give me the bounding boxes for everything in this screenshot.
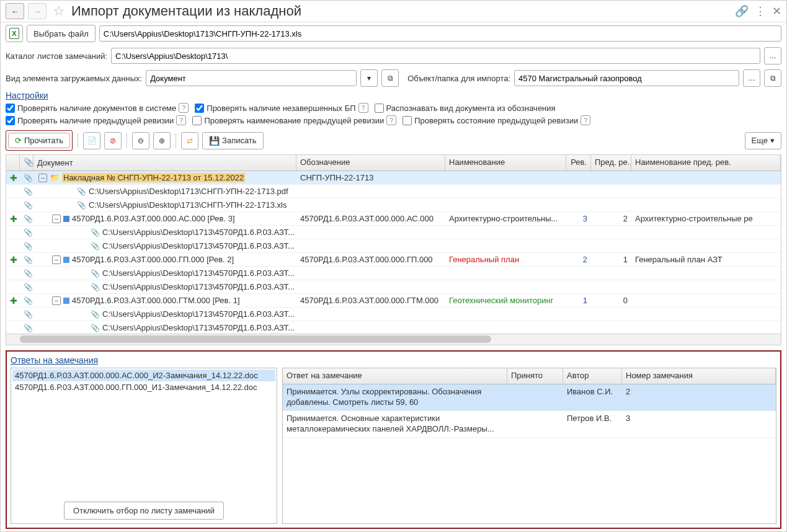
attachment-icon: 📎 (24, 324, 33, 332)
file-path-input[interactable] (99, 25, 781, 42)
attachment-icon: 📎 (77, 187, 86, 196)
check-prev-revision[interactable]: Проверять наличие предыдущей ревизии? (6, 115, 186, 125)
tree-toggle[interactable]: – (38, 174, 47, 182)
col-prev-revision[interactable]: Пред. ре... (591, 155, 631, 171)
check-recognize-kind[interactable]: Распознавать вид документа из обозначени… (375, 104, 556, 113)
response-row[interactable]: Принимается. Узлы скорректированы. Обозн… (283, 384, 776, 411)
tree-toggle[interactable]: – (52, 255, 61, 264)
help-icon[interactable]: ? (179, 103, 189, 113)
col-name[interactable]: Наименование (445, 155, 566, 171)
save-icon: 💾 (209, 136, 220, 146)
more-button[interactable]: Еще ▾ (745, 132, 781, 149)
cell-revision[interactable]: 1 (566, 296, 591, 305)
favorite-star-icon[interactable]: ☆ (53, 3, 65, 19)
table-row[interactable]: 📎📎C:\Users\Appius\Desktop\1713\СНГП-УПН-… (6, 198, 781, 212)
table-row[interactable]: 📎📎C:\Users\Appius\Desktop\1713\4570РД1.6… (6, 267, 781, 280)
table-row[interactable]: 📎📎C:\Users\Appius\Desktop\1713\СНГП-УПН-… (6, 185, 781, 198)
col-remark-number[interactable]: Номер замечания (622, 368, 776, 384)
remarks-file-item[interactable]: 4570РД1.6.Р.03.АЗТ.000.000.АС.000_И2-Зам… (12, 370, 275, 381)
kind-dropdown-button[interactable]: ▾ (360, 69, 378, 87)
row-label: C:\Users\Appius\Desktop\1713\4570РД1.6.Р… (102, 309, 295, 319)
responses-title[interactable]: Ответы на замечания (11, 355, 776, 365)
horizontal-scrollbar[interactable] (6, 334, 781, 345)
back-button[interactable]: ← (6, 3, 24, 19)
table-row[interactable]: 📎📎C:\Users\Appius\Desktop\1713\4570РД1.6… (6, 226, 781, 239)
check-unfinished-bp[interactable]: Проверять наличие незавершенных БП? (195, 103, 368, 113)
cell-accepted (507, 411, 563, 437)
kind-input[interactable] (146, 70, 357, 86)
object-open-button[interactable]: ⧉ (764, 69, 781, 87)
forward-button[interactable]: → (28, 3, 47, 19)
add-icon: ✚ (10, 255, 17, 265)
document-icon (63, 298, 69, 304)
check-prev-revision-name[interactable]: Проверять наименование предыдущей ревизи… (192, 115, 396, 125)
attachment-icon: 📎 (91, 242, 100, 250)
delete-item-button[interactable]: ⊘ (104, 132, 122, 149)
cell-accepted (507, 384, 563, 410)
help-icon[interactable]: ? (176, 115, 186, 125)
document-icon (63, 216, 69, 222)
check-prev-revision-state[interactable]: Проверять состояние предыдущей ревизии? (402, 115, 590, 125)
response-row[interactable]: Принимается. Основные характеристики мет… (283, 411, 776, 438)
table-row[interactable]: ✚📎–4570РД1.6.Р.03.АЗТ.000.000.ГП.000 [Ре… (6, 253, 781, 267)
row-label: C:\Users\Appius\Desktop\1713\4570РД1.6.Р… (102, 282, 295, 291)
excel-icon[interactable]: X (6, 25, 23, 42)
col-prev-name[interactable]: Наименование пред. рев. (631, 155, 781, 171)
attachment-icon: 📎 (91, 269, 100, 278)
menu-dots-icon[interactable]: ⋮ (755, 4, 766, 18)
table-row[interactable]: 📎📎C:\Users\Appius\Desktop\1713\4570РД1.6… (6, 239, 781, 253)
write-button[interactable]: 💾Записать (202, 132, 264, 149)
catalog-path-input[interactable] (111, 48, 760, 64)
kind-open-button[interactable]: ⧉ (381, 69, 399, 87)
disable-filter-button[interactable]: Отключить отбор по листу замечаний (64, 502, 224, 520)
table-row[interactable]: ✚📎–📁Накладная № СНГП-УПН-22-1713 от 15.1… (6, 171, 781, 185)
check-documents-exist[interactable]: Проверять наличие документов в системе? (6, 103, 189, 113)
help-icon[interactable]: ? (358, 103, 368, 113)
window-title: Импорт документации из накладной (71, 3, 731, 19)
object-input[interactable] (514, 70, 739, 86)
col-revision[interactable]: Рев. (566, 155, 591, 171)
col-response-text[interactable]: Ответ на замечание (283, 368, 507, 384)
table-row[interactable]: ✚📎–4570РД1.6.Р.03.АЗТ.000.000.АС.000 [Ре… (6, 212, 781, 226)
close-icon[interactable]: ✕ (772, 4, 781, 18)
choose-file-button[interactable]: Выбрать файл (27, 25, 96, 42)
attachment-icon: 📎 (24, 174, 33, 182)
help-icon[interactable]: ? (580, 115, 590, 125)
link-icon[interactable]: 🔗 (735, 4, 749, 18)
attachment-icon: 📎 (24, 228, 33, 237)
cell-name: Архитектурно-строительны... (445, 214, 566, 223)
col-document[interactable]: Документ (33, 155, 296, 171)
col-attach: 📎 (20, 155, 33, 171)
col-accepted[interactable]: Принято (507, 368, 563, 384)
table-row[interactable]: 📎📎C:\Users\Appius\Desktop\1713\4570РД1.6… (6, 321, 781, 334)
catalog-browse-button[interactable]: … (764, 47, 781, 64)
compare-button[interactable]: ⇄ (181, 132, 198, 149)
cell-author: Петров И.В. (563, 411, 622, 437)
attachment-icon: 📎 (24, 255, 33, 264)
table-row[interactable]: 📎📎C:\Users\Appius\Desktop\1713\4570РД1.6… (6, 308, 781, 321)
object-browse-button[interactable]: … (743, 69, 760, 87)
attachment-icon: 📎 (91, 228, 100, 237)
cell-revision[interactable]: 2 (566, 255, 591, 264)
settings-link[interactable]: Настройки (1, 89, 786, 102)
attachment-icon: 📎 (91, 310, 100, 319)
col-author[interactable]: Автор (563, 368, 622, 384)
cell-remark-number: 3 (622, 411, 776, 437)
cell-name: Геотехнический мониторинг (445, 296, 566, 305)
table-row[interactable]: 📎📎C:\Users\Appius\Desktop\1713\4570РД1.6… (6, 280, 781, 294)
tree-toggle[interactable]: – (52, 296, 61, 305)
collapse-button[interactable]: ⊖ (132, 132, 149, 149)
add-item-button[interactable]: 📄 (83, 132, 100, 149)
cell-response-text: Принимается. Основные характеристики мет… (283, 411, 507, 437)
cell-revision[interactable]: 3 (566, 214, 591, 223)
tree-toggle[interactable]: – (52, 215, 61, 223)
help-icon[interactable]: ? (386, 115, 396, 125)
cell-response-text: Принимается. Узлы скорректированы. Обозн… (283, 384, 507, 410)
catalog-label: Каталог листов замечаний: (6, 51, 107, 61)
expand-button[interactable]: ⊕ (153, 132, 171, 149)
col-designation[interactable]: Обозначение (296, 155, 445, 171)
table-row[interactable]: ✚📎–4570РД1.6.Р.03.АЗТ.000.000.ГТМ.000 [Р… (6, 294, 781, 308)
read-button[interactable]: ⟳Прочитать (8, 133, 70, 148)
documents-table: 📎 Документ Обозначение Наименование Рев.… (6, 154, 781, 345)
remarks-file-item[interactable]: 4570РД1.6.Р.03.АЗТ.000.000.ГП.000_И1-Зам… (12, 381, 275, 393)
